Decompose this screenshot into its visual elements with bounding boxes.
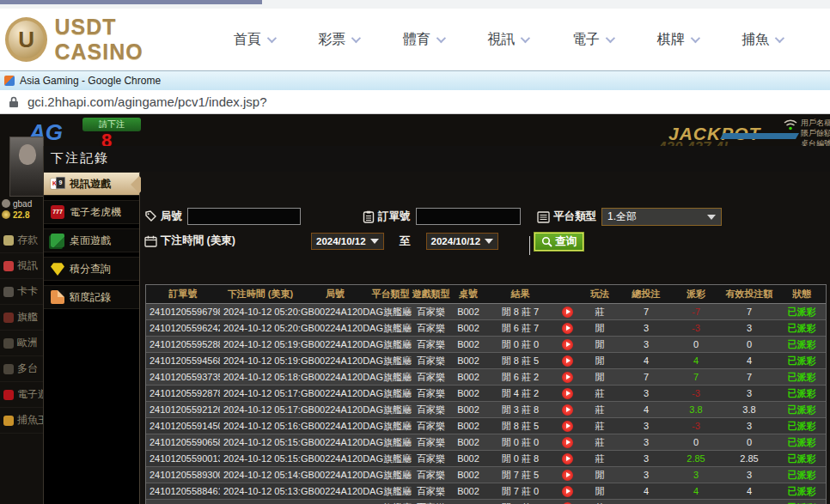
sidebar-item-cards[interactable]: 視訊遊戲 bbox=[44, 172, 139, 196]
nav-item-slots[interactable]: 電子 bbox=[572, 31, 613, 49]
order-input[interactable] bbox=[416, 208, 521, 225]
chevron-down-icon bbox=[690, 33, 699, 43]
round-number-cell: GB00224A120DF bbox=[301, 339, 369, 349]
chevron-down-icon bbox=[775, 33, 784, 43]
replay-icon[interactable] bbox=[562, 470, 573, 481]
background-menu-item[interactable]: 卡卡 bbox=[0, 279, 45, 305]
brand-logo[interactable]: U USDT CASINO bbox=[5, 15, 203, 64]
result-cell: 閒 0 莊 0 bbox=[486, 338, 554, 351]
replay-icon[interactable] bbox=[562, 323, 573, 334]
total-bet-cell: 3 bbox=[619, 437, 673, 447]
background-menu-label: 視訊 bbox=[17, 258, 38, 273]
replay-icon[interactable] bbox=[562, 388, 573, 399]
platform-select[interactable]: 1.全部 bbox=[601, 208, 722, 226]
nav-item-sports[interactable]: 體育 bbox=[403, 31, 443, 49]
cards-icon bbox=[51, 177, 64, 191]
sidebar-item-ledger[interactable]: 額度記錄 bbox=[44, 285, 139, 309]
background-menu-item[interactable]: 電子遊戲 bbox=[0, 382, 45, 408]
chrome-urlbar[interactable]: gci.2hhapi.com/agingame/pcv1/index.jsp? bbox=[0, 90, 830, 114]
search-area: 查询 bbox=[534, 233, 583, 251]
result-cell: 閒 7 莊 5 bbox=[486, 469, 554, 482]
table-row: 2410120558846172024-10-12 05:13:59GB0022… bbox=[146, 483, 826, 500]
replay-icon[interactable] bbox=[562, 404, 573, 416]
background-menu-item[interactable]: 視訊 bbox=[0, 253, 45, 279]
chevron-down-icon bbox=[267, 33, 277, 43]
nav-item-home[interactable]: 首頁 bbox=[234, 31, 274, 49]
result-cell: 閒 8 莊 5 bbox=[486, 355, 554, 367]
chrome-titlebar[interactable]: Asia Gaming - Google Chrome bbox=[0, 70, 830, 90]
screen: U USDT CASINO 首頁 彩票 體育 視訊 電子 棋牌 捕魚 Asia … bbox=[0, 0, 830, 504]
round-input[interactable] bbox=[187, 208, 301, 225]
replay-icon[interactable] bbox=[562, 453, 573, 465]
total-bet-cell: 3 bbox=[619, 453, 673, 464]
table-row: 2410120559145072024-10-12 05:16:33GB0022… bbox=[146, 418, 826, 434]
table-row: 2410120559287832024-10-12 05:17:44GB0022… bbox=[146, 386, 826, 402]
replay-icon[interactable] bbox=[562, 421, 573, 432]
replay-icon[interactable] bbox=[562, 339, 573, 350]
column-header: 玩法 bbox=[580, 285, 619, 303]
lock-icon bbox=[9, 96, 19, 108]
platform-cell: AG旗艦廳 bbox=[369, 469, 412, 482]
nav-label: 首頁 bbox=[234, 31, 261, 49]
replay-icon[interactable] bbox=[562, 355, 573, 367]
play-type-cell: 莊 bbox=[580, 436, 619, 449]
column-header: 下注時間 (美東) bbox=[220, 285, 301, 303]
nav-item-lottery[interactable]: 彩票 bbox=[318, 31, 358, 49]
column-header: 平台類型 bbox=[369, 285, 412, 303]
round-label: 局號 bbox=[161, 209, 182, 224]
background-menu-item[interactable]: 多台 bbox=[0, 356, 45, 382]
bet-time-cell: 2024-10-12 05:20:28 bbox=[220, 323, 301, 333]
table-row: 2410120559528862024-10-12 05:19:43GB0022… bbox=[146, 337, 826, 353]
result-cell: 閒 8 莊 7 bbox=[486, 306, 554, 319]
nav-label: 捕魚 bbox=[742, 31, 769, 49]
ledger-icon bbox=[51, 290, 64, 304]
replay-cell bbox=[554, 372, 580, 383]
sidebar-item-label: 電子老虎機 bbox=[70, 205, 121, 220]
valid-bet-cell: 0 bbox=[719, 437, 779, 447]
nav-label: 彩票 bbox=[318, 31, 345, 49]
column-header: 派彩 bbox=[673, 285, 719, 303]
order-filter: 訂單號 bbox=[363, 208, 521, 225]
background-menu-item[interactable]: 捕魚王 bbox=[0, 408, 45, 434]
status-cell: 已派彩 bbox=[779, 338, 824, 351]
menu-bullet-icon bbox=[3, 364, 14, 374]
payout-cell: -3 bbox=[673, 388, 719, 398]
date-to-select[interactable]: 2024/10/12 bbox=[426, 233, 499, 250]
bet-table: 訂單號下注時間 (美東)局號平台類型遊戲類型桌號結果玩法總投注派彩有效投注額狀態… bbox=[145, 284, 827, 504]
platform-list-icon bbox=[537, 211, 550, 223]
nav-label: 體育 bbox=[403, 31, 430, 49]
round-number-cell: GB00224A120DH bbox=[301, 307, 369, 317]
nav-item-cards[interactable]: 棋牌 bbox=[657, 31, 698, 49]
game-type-cell: 百家樂 bbox=[412, 338, 450, 351]
popup-title: 下注記錄 bbox=[51, 150, 109, 167]
nav-item-fishing[interactable]: 捕魚 bbox=[742, 31, 782, 49]
sidebar-item-gem[interactable]: 積分查詢 bbox=[44, 257, 139, 281]
background-menu-item[interactable]: 旗艦 bbox=[0, 305, 45, 331]
date-from-select[interactable]: 2024/10/12 bbox=[311, 233, 384, 250]
popup-main: 局號 訂單號 平台類型 1.全部 bbox=[141, 172, 830, 504]
valid-bet-cell: 7 bbox=[719, 372, 779, 382]
sidebar-item-table-games[interactable]: 桌面遊戲 bbox=[44, 228, 139, 252]
play-type-cell: 莊 bbox=[580, 420, 619, 433]
status-cell: 已派彩 bbox=[779, 404, 824, 416]
search-button[interactable]: 查询 bbox=[534, 233, 583, 251]
browser-tab[interactable] bbox=[0, 0, 262, 4]
column-header: 狀態 bbox=[779, 285, 824, 303]
replay-icon[interactable] bbox=[562, 372, 573, 383]
background-menu-item[interactable]: 歐洲 bbox=[0, 331, 45, 356]
round-number-cell: GB00224A120DD bbox=[301, 372, 369, 382]
replay-icon[interactable] bbox=[562, 437, 573, 448]
background-menu-item[interactable]: 存款 bbox=[0, 228, 45, 253]
game-type-cell: 百家樂 bbox=[412, 306, 450, 319]
nav-item-live[interactable]: 視訊 bbox=[487, 31, 528, 49]
status-cell: 已派彩 bbox=[779, 355, 824, 367]
column-header: 桌號 bbox=[450, 285, 486, 303]
replay-icon[interactable] bbox=[562, 307, 573, 318]
result-cell: 閒 8 莊 5 bbox=[486, 420, 554, 433]
column-header bbox=[554, 292, 580, 297]
replay-icon[interactable] bbox=[562, 486, 573, 497]
platform-cell: AG旗艦廳 bbox=[369, 338, 412, 351]
sidebar-item-slot[interactable]: 777電子老虎機 bbox=[44, 200, 139, 224]
order-number-cell: 241012055962424 bbox=[146, 323, 220, 333]
game-type-cell: 百家樂 bbox=[412, 485, 450, 498]
